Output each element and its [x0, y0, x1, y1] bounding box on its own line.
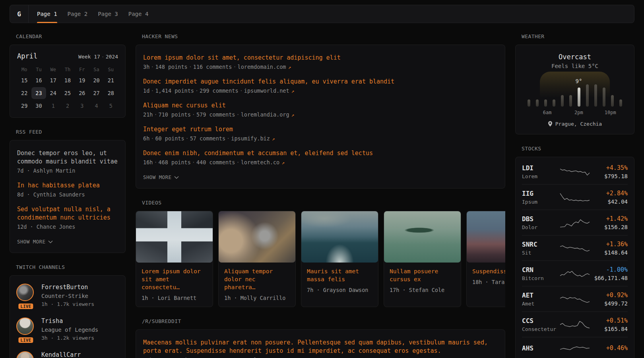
post-comments[interactable]: 299 comments [200, 88, 239, 94]
twitch-channel-row[interactable]: LIVETrishaLeague of Legends3h · 1.2k vie… [16, 317, 119, 341]
list-item: Integer eget rutrum lorem6h·60 points·57… [143, 125, 498, 142]
post-title[interactable]: Integer eget rutrum lorem [143, 125, 498, 134]
list-item: Donec enim nibh, condimentum et accumsan… [143, 149, 498, 166]
post-title[interactable]: Lorem ipsum dolor sit amet, consectetur … [143, 54, 498, 62]
external-link-icon[interactable]: ↗ [291, 88, 295, 94]
stock-ticker[interactable]: CRN [522, 266, 559, 274]
weather-bar [603, 88, 605, 107]
video-thumbnail-hands-holding-camera[interactable] [219, 211, 295, 263]
app-logo[interactable]: G [10, 5, 29, 23]
stock-sparkline [559, 191, 590, 204]
post-comments[interactable]: 116 comments [193, 64, 232, 70]
video-thumbnail-figure-in-misty-field[interactable] [467, 211, 505, 263]
twitch-channel-row[interactable]: KendallCarr [16, 351, 119, 358]
post-title[interactable]: Donec enim nibh, condimentum et accumsan… [143, 149, 498, 158]
stock-row[interactable]: IIGIpsum+2.84%$42.04 [522, 184, 628, 210]
channel-info: TrishaLeague of Legends3h · 1.2k viewers [41, 317, 98, 341]
stock-ticker[interactable]: IIG [522, 190, 559, 197]
post-domain[interactable]: loremtech.co [241, 159, 280, 165]
stock-ticker[interactable]: AHS [522, 344, 559, 352]
stock-row[interactable]: CCSConsectetur+0.51%$165.84 [522, 311, 628, 337]
post-title[interactable]: Donec imperdiet augue tincidunt felis al… [143, 78, 498, 86]
video-card[interactable]: Lorem ipsum dolor sit amet consectetu…1h… [136, 211, 213, 307]
post-comments[interactable]: 440 comments [196, 159, 235, 165]
rss-card: Donec tempor eros leo, ut commodo mauris… [10, 140, 126, 253]
weekday-label: Fr [75, 66, 89, 74]
post-domain[interactable]: ipsumworld.net [244, 88, 289, 94]
top-nav: G Page 1Page 2Page 3Page 4 [10, 5, 634, 23]
subreddit-section-title: /R/SUBREDDIT [136, 318, 505, 324]
channel-name[interactable]: ForrestBurton [41, 284, 94, 291]
stock-change: +1.36% [590, 241, 628, 248]
stock-row[interactable]: LDILorem+4.35%$795.18 [522, 159, 628, 184]
stock-row[interactable]: AETAmet+0.92%$499.72 [522, 286, 628, 311]
calendar-grid: MoTuWeThFrSaSu15161718192021222324252627… [17, 66, 118, 112]
post-domain[interactable]: ipsumify.biz [231, 135, 270, 142]
rss-item-title[interactable]: Sed volutpat nulla nisl, a condimentum n… [17, 205, 118, 222]
show-more-button[interactable]: SHOW MORE [17, 239, 118, 245]
video-meta: 1h · Molly Carrillo [224, 295, 290, 301]
tab-page-4[interactable]: Page 4 [123, 5, 154, 23]
stock-price: $795.18 [590, 173, 628, 179]
stock-change: -1.00% [590, 266, 628, 273]
stock-row[interactable]: AHS+0.46% [522, 337, 628, 358]
tab-page-2[interactable]: Page 2 [62, 5, 93, 23]
stock-ticker[interactable]: CCS [522, 317, 559, 325]
stock-row[interactable]: DBSDolor+1.42%$156.28 [522, 210, 628, 235]
separator-dot: · [151, 64, 154, 70]
twitch-channel-row[interactable]: LIVEForrestBurtonCounter-Strike1h · 1.7k… [16, 284, 119, 307]
video-title[interactable]: Suspendisse diam [472, 267, 505, 275]
stock-ticker[interactable]: AET [522, 292, 559, 299]
rss-item-title[interactable]: Donec tempor eros leo, ut commodo mauris… [17, 149, 118, 166]
weather-bar [536, 99, 539, 107]
videos-row: Lorem ipsum dolor sit amet consectetu…1h… [136, 211, 505, 307]
post-domain[interactable]: loremlandia.org [241, 111, 289, 118]
separator-dot: · [237, 111, 240, 118]
video-title[interactable]: Aliquam tempor dolor nec pharetra… [224, 267, 290, 291]
stock-ticker[interactable]: DBS [522, 215, 559, 223]
video-thumbnail-concrete-towers-sky-cross[interactable] [136, 211, 213, 263]
external-link-icon[interactable]: ↗ [281, 160, 285, 165]
tab-page-3[interactable]: Page 3 [93, 5, 123, 23]
rss-item-title[interactable]: In hac habitasse platea [17, 181, 118, 190]
video-card[interactable]: Aliquam tempor dolor nec pharetra…1h · M… [218, 211, 296, 307]
external-link-icon[interactable]: ↗ [288, 64, 291, 70]
list-item: In hac habitasse platea8d · Cynthia Saun… [17, 181, 118, 198]
post-comments[interactable]: 579 comments [196, 111, 235, 118]
separator-dot: · [186, 135, 189, 142]
channel-name[interactable]: Trisha [41, 317, 98, 325]
tab-page-1[interactable]: Page 1 [32, 5, 62, 23]
stock-row[interactable]: SNRCSit+1.36%$148.64 [522, 235, 628, 261]
stock-row[interactable]: CRNBitcorn-1.00%$66,171.48 [522, 261, 628, 286]
left-column: CALENDAR April Week 17·2024 MoTuWeThFrSa… [10, 33, 126, 358]
stock-ticker[interactable]: LDI [522, 164, 559, 172]
avatar[interactable] [16, 317, 34, 335]
weather-time-label: 2pm [574, 110, 583, 115]
video-card[interactable]: Mauris sit amet massa felis7h · Grayson … [301, 211, 378, 307]
post-comments[interactable]: 57 comments [190, 135, 225, 142]
post-title[interactable]: Maecenas mollis pulvinar erat non posuer… [143, 339, 498, 355]
external-link-icon[interactable]: ↗ [291, 112, 295, 118]
post-title[interactable]: Aliquam nec cursus elit [143, 101, 498, 110]
video-title[interactable]: Nullam posuere cursus ex [390, 267, 455, 283]
post-domain[interactable]: loremdomain.com [238, 64, 286, 70]
video-thumbnail-two-people-canoe-fishing[interactable] [384, 211, 461, 263]
calendar-day: 30 [31, 100, 46, 112]
avatar[interactable] [16, 351, 34, 358]
video-title[interactable]: Mauris sit amet massa felis [307, 267, 372, 283]
weekday-label: Sa [89, 66, 103, 74]
weather-feels-like: Feels like 5°C [524, 63, 626, 69]
external-link-icon[interactable]: ↗ [272, 136, 275, 142]
video-card[interactable]: Nullam posuere cursus ex17h · Stefan Col… [384, 211, 461, 307]
channel-name[interactable]: KendallCarr [41, 351, 81, 358]
show-more-button[interactable]: SHOW MORE [143, 174, 498, 180]
video-card[interactable]: Suspendisse diam18h · Tara [466, 211, 505, 307]
calendar-day: 15 [17, 74, 31, 86]
calendar-day: 16 [31, 74, 46, 86]
stock-ticker[interactable]: SNRC [522, 241, 559, 248]
channel-info: KendallCarr [41, 351, 81, 358]
video-thumbnail-boat-wake-on-sea[interactable] [301, 211, 378, 263]
video-title[interactable]: Lorem ipsum dolor sit amet consectetu… [142, 267, 207, 291]
channel-game: League of Legends [41, 327, 98, 333]
avatar[interactable] [16, 284, 34, 301]
